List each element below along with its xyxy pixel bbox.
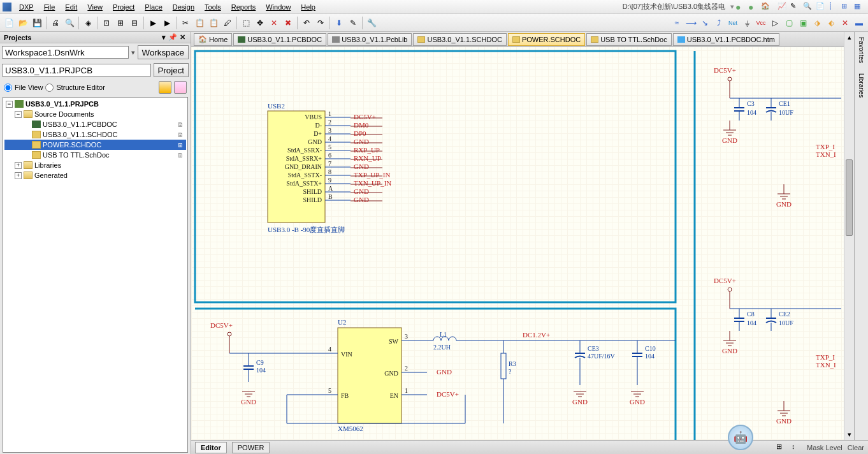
- nav-back-icon[interactable]: ●: [735, 2, 746, 12]
- tab-htm[interactable]: USB3.0_V1.1.PCBDOC.htm: [673, 33, 779, 46]
- clear-icon[interactable]: ✖: [282, 17, 294, 29]
- tab-usbttl[interactable]: USB TO TTL.SchDoc: [586, 33, 672, 46]
- paste-icon[interactable]: 📋: [207, 17, 220, 29]
- scrollbar-thumb[interactable]: [846, 159, 853, 236]
- assistant-avatar-icon[interactable]: 🤖: [728, 425, 753, 450]
- move-icon[interactable]: ✥: [254, 17, 266, 29]
- zoomsel-icon[interactable]: ⊟: [128, 17, 141, 29]
- tree-doc-schdoc[interactable]: USB3.0_V1.1.SCHDOC🗎: [4, 129, 186, 140]
- select-icon[interactable]: ⬚: [240, 17, 252, 29]
- home-tab[interactable]: 🏠Home: [194, 33, 232, 46]
- print-icon[interactable]: 🖨: [49, 17, 62, 29]
- deselect-icon[interactable]: ✕: [268, 17, 280, 29]
- editor-tab[interactable]: Editor: [195, 442, 227, 453]
- menu-dxp[interactable]: DXP: [14, 2, 39, 12]
- workspace-button[interactable]: Workspace: [138, 45, 189, 59]
- power-tab[interactable]: POWER: [232, 442, 270, 453]
- busent-icon[interactable]: ↘: [698, 17, 711, 29]
- redo-icon[interactable]: ↷: [314, 17, 327, 29]
- dropdown-icon[interactable]: ▾: [162, 33, 166, 41]
- menu-reports[interactable]: Reports: [226, 2, 261, 12]
- tab-pcbdoc[interactable]: USB3.0_V1.1.PCBDOC: [233, 33, 326, 46]
- tab-schdoc[interactable]: USB3.0_V1.1.SCHDOC: [413, 33, 506, 46]
- svg-text:StdA_SSRX-: StdA_SSRX-: [287, 147, 322, 154]
- pencil-icon[interactable]: ✎: [790, 2, 800, 12]
- netlabel-icon[interactable]: Net: [727, 17, 739, 29]
- harness-icon[interactable]: ▬: [853, 17, 865, 29]
- zoom-icon[interactable]: 🔍: [803, 2, 813, 12]
- libraries-tab[interactable]: Libraries: [857, 68, 866, 103]
- tree-source-docs[interactable]: −Source Documents: [4, 109, 186, 119]
- home-icon[interactable]: 🏠: [761, 2, 771, 12]
- open-icon[interactable]: 📂: [17, 17, 29, 29]
- port-icon[interactable]: ⬗: [811, 17, 823, 29]
- chart-icon[interactable]: 📈: [778, 2, 788, 12]
- open-file-path[interactable]: D:\[07]技术创新\USB3.0集线器电: [618, 2, 730, 11]
- preview-icon[interactable]: 🔍: [63, 17, 76, 29]
- tree-generated[interactable]: +Generated: [4, 170, 186, 180]
- sheet-icon[interactable]: ▢: [783, 17, 795, 29]
- stamp-icon[interactable]: 🖊: [221, 17, 234, 29]
- new-icon[interactable]: 📄: [3, 17, 15, 29]
- tree-doc-pcbdoc[interactable]: USB3.0_V1.1.PCBDOC🗎: [4, 119, 186, 129]
- compile2-icon[interactable]: ▶: [161, 17, 173, 29]
- tree-root[interactable]: −USB3.0_V1.1.PRJPCB: [4, 99, 186, 109]
- menu-window[interactable]: Window: [261, 2, 296, 12]
- hierarchy-icon[interactable]: ⬇: [333, 17, 345, 29]
- gnd-icon[interactable]: ⏚: [741, 17, 753, 29]
- tree-doc-power[interactable]: POWER.SCHDOC🗎: [4, 140, 186, 150]
- close-icon[interactable]: ✕: [180, 33, 185, 41]
- menu-file[interactable]: File: [39, 2, 61, 12]
- doc-icon[interactable]: 📄: [816, 2, 826, 12]
- pin-icon[interactable]: 📌: [168, 33, 177, 41]
- part-icon[interactable]: ▷: [769, 17, 781, 29]
- menu-view[interactable]: View: [82, 2, 108, 12]
- zoomarea-icon[interactable]: ⊞: [114, 17, 127, 29]
- wire-icon[interactable]: ≈: [670, 17, 683, 29]
- updown-icon[interactable]: ↕: [792, 443, 802, 453]
- vcc-icon[interactable]: Vcc: [755, 17, 767, 29]
- u2-pin2-no: 2: [405, 365, 408, 372]
- menu-design[interactable]: Design: [168, 2, 199, 12]
- project-input[interactable]: [2, 64, 151, 77]
- tab-power[interactable]: POWER.SCHDOC: [508, 33, 585, 46]
- options-icon[interactable]: [174, 81, 187, 94]
- menu-project[interactable]: Project: [108, 2, 140, 12]
- port2-icon[interactable]: ⬖: [825, 17, 837, 29]
- menu-edit[interactable]: Edit: [60, 2, 82, 12]
- sheetent-icon[interactable]: ▣: [797, 17, 809, 29]
- menu-tools[interactable]: Tools: [199, 2, 226, 12]
- save-icon[interactable]: 💾: [31, 17, 43, 29]
- browse-icon[interactable]: 🔧: [365, 17, 378, 29]
- align-icon[interactable]: ┊: [828, 2, 839, 12]
- tab-pcblib[interactable]: USB3.0_V1.1.PcbLib: [328, 33, 412, 46]
- compile-icon[interactable]: ▶: [147, 17, 159, 29]
- zoomfit-icon[interactable]: ⊡: [100, 17, 113, 29]
- hierarchy2-icon[interactable]: ✎: [347, 17, 359, 29]
- mask-level-button[interactable]: Mask Level: [807, 444, 843, 451]
- menu-help[interactable]: Help: [296, 2, 321, 12]
- project-button[interactable]: Project: [154, 63, 189, 77]
- refresh-icon[interactable]: [159, 81, 171, 94]
- fileview-radio[interactable]: [4, 84, 12, 92]
- bus-icon[interactable]: ⟶: [684, 17, 697, 29]
- undo-icon[interactable]: ↶: [300, 17, 313, 29]
- probe-icon[interactable]: ⤴: [712, 17, 725, 29]
- workspace-input[interactable]: [2, 46, 129, 59]
- favorites-tab[interactable]: Favorites: [857, 32, 866, 68]
- schematic-canvas[interactable]: USB2 VBUS1DC5V+D-2DM0D+3DP0GND4GNDStdA_S…: [191, 47, 868, 440]
- nav-fwd-icon[interactable]: ●: [748, 2, 758, 12]
- nav-icon[interactable]: ⊞: [776, 443, 786, 453]
- grid-icon[interactable]: ⊞: [841, 2, 851, 12]
- cut-icon[interactable]: ✂: [179, 17, 192, 29]
- noberc-icon[interactable]: ✕: [839, 17, 851, 29]
- copy-icon[interactable]: 📋: [193, 17, 206, 29]
- structeditor-radio[interactable]: [45, 84, 54, 92]
- grid2-icon[interactable]: ▦: [854, 2, 864, 12]
- clear-button[interactable]: Clear: [848, 444, 864, 451]
- tree-doc-usbttl[interactable]: USB TO TTL.SchDoc🗎: [4, 150, 186, 160]
- tree-libraries[interactable]: +Libraries: [4, 160, 186, 170]
- layers-icon[interactable]: ◈: [82, 17, 94, 29]
- menu-place[interactable]: Place: [140, 2, 168, 12]
- vertical-scrollbar[interactable]: ▴ ▾: [844, 32, 854, 440]
